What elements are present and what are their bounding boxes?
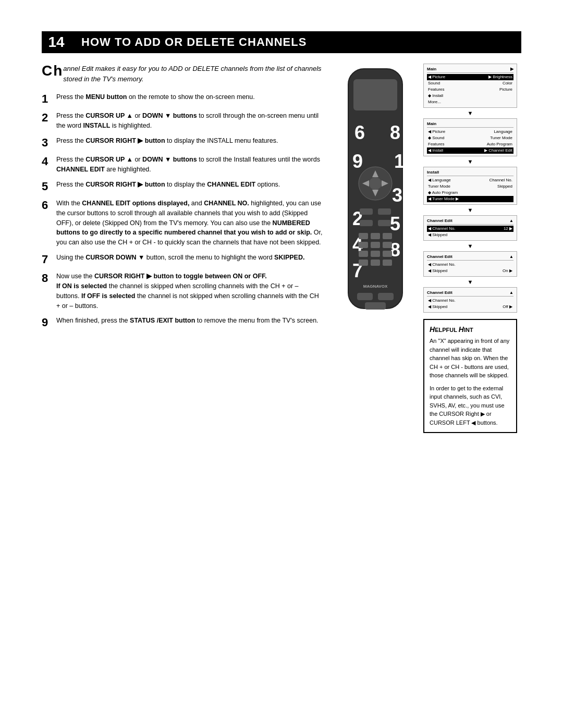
svg-text:1: 1 (394, 151, 405, 172)
page-title: How to Add or Delete Channels (71, 31, 521, 53)
svg-point-13 (369, 177, 382, 190)
hint-text-1: An "X" appearing in front of any channel… (430, 337, 511, 380)
svg-rect-36 (378, 293, 394, 300)
svg-text:8: 8 (390, 122, 400, 143)
screen-panel-6: Channel Edit▲ ◀ Channel No. ◀ SkippedOff… (423, 287, 517, 313)
screen-panel-3: Install ◀ LanguageChannel No. Tuner Mode… (423, 167, 517, 205)
svg-rect-29 (371, 251, 380, 257)
svg-rect-32 (371, 260, 380, 266)
svg-rect-31 (359, 260, 368, 266)
svg-text:MAGNAVOX: MAGNAVOX (363, 284, 388, 289)
svg-rect-35 (357, 293, 373, 300)
hint-text-2: In order to get to the external input ch… (430, 384, 511, 427)
step-5: 5 Press the CURSOR RIGHT ▶ button to dis… (42, 180, 323, 193)
remote-image: 6 8 9 1 3 5 8 2 4 (334, 64, 417, 326)
step-9: 9 When finished, press the STATUS /EXIT … (42, 316, 323, 329)
screen-panel-4: Channel Edit▲ ◀ Channel No.12 ▶ ◀ Skippe… (423, 215, 517, 241)
screen-panel-5: Channel Edit▲ ◀ Channel No. ◀ SkippedOn … (423, 251, 517, 277)
svg-rect-28 (359, 251, 368, 257)
svg-rect-26 (371, 242, 380, 248)
arrow-down-1: ▼ (423, 110, 517, 116)
svg-rect-30 (383, 251, 392, 257)
arrow-down-5: ▼ (423, 279, 517, 285)
svg-rect-1 (353, 79, 397, 110)
page-header: 14 How to Add or Delete Channels (42, 31, 521, 53)
svg-text:5: 5 (390, 213, 400, 235)
arrow-down-3: ▼ (423, 207, 517, 213)
page: 14 How to Add or Delete Channels Channel… (0, 0, 563, 728)
intro-text: Channel Edit makes it easy for you to AD… (42, 64, 323, 84)
step-4: 4 Press the CURSOR UP ▲ or DOWN ▼ button… (42, 155, 323, 175)
step-7: 7 Using the CURSOR DOWN ▼ button, scroll… (42, 253, 323, 266)
svg-text:6: 6 (354, 122, 365, 143)
svg-rect-21 (378, 220, 391, 226)
screen-panel-2: Main ◀ PictureLanguage ◆ SoundTuner Mode… (423, 118, 517, 156)
svg-rect-33 (383, 260, 392, 266)
step-3: 3 Press the CURSOR RIGHT ▶ button to dis… (42, 136, 323, 150)
hint-box: HELPFUL HINT An "X" appearing in front o… (423, 319, 517, 433)
svg-rect-23 (371, 233, 380, 239)
step-1: 1 Press the MENU button on the remote to… (42, 92, 323, 106)
arrow-down-4: ▼ (423, 243, 517, 249)
svg-rect-37 (365, 302, 386, 310)
svg-text:3: 3 (392, 184, 402, 206)
svg-rect-20 (360, 220, 373, 226)
screen-panel-1: Main▶ ◀ Picture▶ Brightness SoundColor F… (423, 64, 517, 108)
svg-rect-24 (383, 233, 392, 239)
page-number: 14 (42, 31, 71, 53)
hint-title: HELPFUL HINT (430, 325, 511, 334)
step-8: 8 Now use the CURSOR RIGHT ▶ button to t… (42, 272, 323, 311)
svg-rect-25 (359, 242, 368, 248)
svg-rect-27 (383, 242, 392, 248)
svg-rect-19 (378, 208, 391, 215)
step-6: 6 With the CHANNEL EDIT options displaye… (42, 199, 323, 248)
screen-panels: Main▶ ◀ Picture▶ Brightness SoundColor F… (423, 64, 517, 433)
svg-text:9: 9 (352, 151, 363, 172)
step-2: 2 Press the CURSOR UP ▲ or DOWN ▼ button… (42, 111, 323, 131)
steps-container: 1 Press the MENU button on the remote to… (42, 92, 323, 330)
arrow-down-2: ▼ (423, 158, 517, 165)
svg-rect-18 (360, 208, 373, 215)
svg-rect-22 (359, 233, 368, 239)
